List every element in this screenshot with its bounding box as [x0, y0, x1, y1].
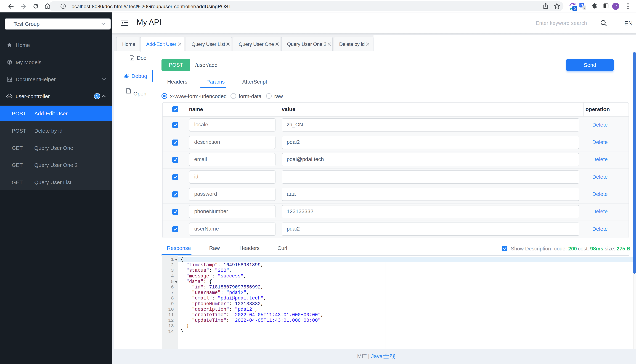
- svg-text:文: 文: [583, 6, 586, 10]
- svg-text:API: API: [8, 96, 11, 97]
- svg-text:0: 0: [573, 6, 576, 11]
